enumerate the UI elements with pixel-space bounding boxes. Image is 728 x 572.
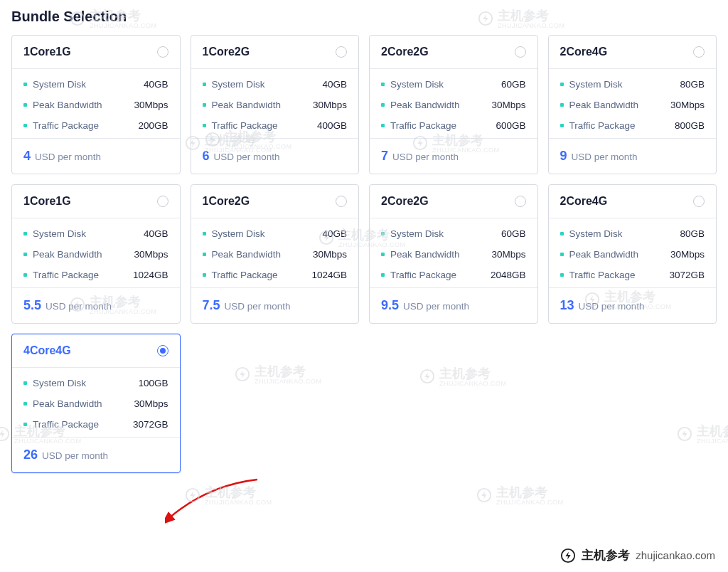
radio-icon[interactable] — [157, 345, 168, 356]
bullet-icon — [203, 83, 206, 86]
radio-icon[interactable] — [515, 46, 526, 58]
bundle-footer: 9.5 USD per month — [370, 287, 537, 323]
bundle-card-5[interactable]: 1Core2G System Disk 40GB Peak Bandwidth … — [191, 184, 360, 324]
bundle-card-header: 2Core2G — [370, 36, 537, 69]
bullet-icon — [203, 103, 206, 107]
bundle-footer: 4 USD per month — [12, 138, 180, 174]
spec-value: 60GB — [501, 228, 526, 239]
bundle-card-3[interactable]: 2Core4G System Disk 80GB Peak Bandwidth … — [548, 35, 717, 174]
spec-peak-bandwidth: Peak Bandwidth 30Mbps — [203, 249, 348, 260]
radio-icon[interactable] — [157, 46, 168, 58]
spec-value: 80GB — [680, 79, 705, 90]
spec-peak-bandwidth: Peak Bandwidth 30Mbps — [381, 249, 526, 260]
spec-label: System Disk — [390, 79, 444, 90]
spec-peak-bandwidth: Peak Bandwidth 30Mbps — [381, 100, 526, 110]
bullet-icon — [23, 83, 27, 86]
watermark: 主机参考ZHUJICANKAO.COM — [419, 365, 507, 387]
radio-icon[interactable] — [157, 196, 168, 207]
bullet-icon — [23, 253, 27, 256]
price-unit: USD per month — [225, 301, 291, 312]
spec-label: Traffic Package — [390, 120, 456, 131]
spec-label: Traffic Package — [569, 270, 636, 280]
spec-system-disk: System Disk 40GB — [23, 79, 168, 90]
bundle-card-7[interactable]: 2Core4G System Disk 80GB Peak Bandwidth … — [548, 184, 717, 324]
spec-value: 30Mbps — [670, 100, 705, 110]
spec-peak-bandwidth: Peak Bandwidth 30Mbps — [203, 100, 348, 110]
spec-system-disk: System Disk 60GB — [381, 79, 526, 90]
page-title: Bundle Selection — [11, 9, 717, 25]
bullet-icon — [381, 253, 385, 256]
spec-label: Peak Bandwidth — [390, 100, 460, 110]
spec-value: 200GB — [138, 120, 168, 131]
spec-value: 40GB — [144, 228, 168, 239]
spec-value: 30Mbps — [134, 249, 168, 260]
spec-value: 40GB — [322, 79, 347, 90]
price-unit: USD per month — [35, 152, 101, 162]
bundle-card-header: 1Core2G — [191, 185, 359, 218]
spec-traffic-package: Traffic Package 3072GB — [23, 419, 168, 430]
bullet-icon — [560, 232, 564, 235]
spec-value: 600GB — [496, 120, 525, 131]
arrow-annotation — [165, 478, 272, 482]
spec-list: System Disk 100GB Peak Bandwidth 30Mbps … — [12, 368, 180, 437]
bullet-icon — [23, 402, 27, 406]
price-value: 7.5 — [203, 298, 220, 313]
spec-value: 3072GB — [133, 419, 168, 430]
spec-value: 30Mbps — [491, 100, 525, 110]
spec-label: System Disk — [33, 378, 86, 388]
spec-list: System Disk 60GB Peak Bandwidth 30Mbps T… — [370, 218, 537, 287]
price-unit: USD per month — [42, 450, 108, 461]
spec-label: Peak Bandwidth — [569, 100, 639, 110]
spec-traffic-package: Traffic Package 2048GB — [381, 270, 526, 280]
price-value: 13 — [560, 298, 574, 313]
spec-label: System Disk — [33, 228, 86, 239]
spec-peak-bandwidth: Peak Bandwidth 30Mbps — [23, 100, 168, 110]
spec-label: Traffic Package — [33, 120, 99, 131]
bundle-footer: 5.5 USD per month — [12, 287, 180, 323]
bundle-card-header: 2Core4G — [549, 185, 717, 218]
bullet-icon — [381, 103, 385, 107]
bullet-icon — [23, 232, 27, 235]
spec-system-disk: System Disk 100GB — [23, 378, 168, 388]
spec-label: System Disk — [212, 228, 265, 239]
bundle-card-header: 2Core4G — [549, 36, 717, 69]
spec-value: 30Mbps — [670, 249, 705, 260]
bullet-icon — [560, 273, 564, 277]
spec-peak-bandwidth: Peak Bandwidth 30Mbps — [23, 398, 168, 409]
bundle-card-4[interactable]: 1Core1G System Disk 40GB Peak Bandwidth … — [11, 184, 181, 324]
radio-icon[interactable] — [336, 46, 347, 58]
radio-icon[interactable] — [693, 46, 705, 58]
spec-value: 80GB — [680, 228, 705, 239]
spec-label: Traffic Package — [33, 419, 99, 430]
spec-label: Peak Bandwidth — [212, 100, 282, 110]
radio-icon[interactable] — [336, 196, 347, 207]
bundle-card-header: 1Core1G — [12, 185, 180, 218]
spec-label: Traffic Package — [390, 270, 456, 280]
svg-point-10 — [0, 427, 9, 440]
spec-system-disk: System Disk 80GB — [560, 79, 705, 90]
bundle-title: 4Core4G — [23, 344, 71, 357]
spec-value: 30Mbps — [491, 249, 525, 260]
spec-value: 40GB — [322, 228, 347, 239]
spec-label: Peak Bandwidth — [33, 398, 102, 409]
bundle-card-2[interactable]: 2Core2G System Disk 60GB Peak Bandwidth … — [369, 35, 538, 174]
price-unit: USD per month — [392, 152, 459, 162]
bundle-card-0[interactable]: 1Core1G System Disk 40GB Peak Bandwidth … — [11, 35, 181, 174]
bullet-icon — [381, 124, 385, 127]
price-value: 6 — [203, 149, 210, 164]
spec-label: System Disk — [33, 79, 86, 90]
radio-icon[interactable] — [515, 196, 526, 207]
radio-icon[interactable] — [693, 196, 705, 207]
bundle-card-1[interactable]: 1Core2G System Disk 40GB Peak Bandwidth … — [191, 35, 360, 174]
bundle-card-8[interactable]: 4Core4G System Disk 100GB Peak Bandwidth… — [11, 334, 181, 473]
bullet-icon — [23, 124, 27, 127]
bundle-footer: 9 USD per month — [549, 138, 717, 174]
price-value: 5.5 — [23, 298, 41, 313]
spec-label: Peak Bandwidth — [212, 249, 282, 260]
bundle-title: 1Core1G — [23, 195, 71, 208]
bundle-card-6[interactable]: 2Core2G System Disk 60GB Peak Bandwidth … — [369, 184, 538, 324]
spec-peak-bandwidth: Peak Bandwidth 30Mbps — [560, 100, 705, 110]
bullet-icon — [381, 232, 385, 235]
spec-value: 3072GB — [669, 270, 705, 280]
spec-value: 30Mbps — [134, 398, 168, 409]
